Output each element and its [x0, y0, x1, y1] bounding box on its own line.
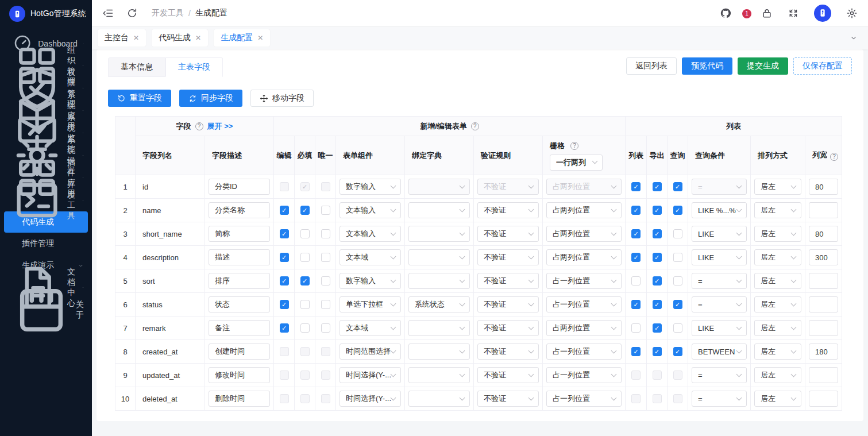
- page-tab-chip-生成配置[interactable]: 生成配置✕: [214, 29, 270, 47]
- unique-checkbox[interactable]: ✓: [321, 394, 330, 403]
- align-select[interactable]: 居左: [754, 226, 801, 242]
- unique-checkbox[interactable]: ✓: [321, 229, 330, 238]
- align-select[interactable]: 居左: [754, 344, 801, 360]
- query-checkbox[interactable]: ✓: [673, 347, 682, 356]
- settings-gear-icon[interactable]: [846, 7, 858, 19]
- width-input[interactable]: [809, 249, 838, 265]
- edit-checkbox[interactable]: ✓: [280, 323, 289, 333]
- list-checkbox[interactable]: ✓: [631, 253, 641, 262]
- export-checkbox[interactable]: ✓: [653, 323, 662, 333]
- move-fields-button[interactable]: 移动字段: [250, 90, 314, 107]
- dict-select[interactable]: [408, 226, 470, 242]
- dict-select[interactable]: 系统状态: [408, 296, 470, 312]
- rule-select[interactable]: 不验证: [477, 320, 539, 336]
- width-input[interactable]: [809, 202, 838, 218]
- github-icon[interactable]: [720, 7, 731, 19]
- close-icon[interactable]: ✕: [195, 34, 201, 41]
- required-checkbox[interactable]: ✓: [300, 371, 310, 380]
- edit-checkbox[interactable]: ✓: [280, 394, 289, 403]
- rule-select[interactable]: 不验证: [477, 249, 539, 265]
- form-component-select[interactable]: 单选下拉框: [340, 296, 401, 312]
- app-logo[interactable]: HotGo管理系统: [0, 0, 92, 28]
- expand-fields-link[interactable]: 展开 >>: [207, 121, 233, 132]
- query-condition-select[interactable]: =: [692, 179, 747, 195]
- grid-select[interactable]: 占一列位置: [546, 296, 622, 312]
- sidebar-item-开发工具[interactable]: 开发工具: [0, 189, 92, 211]
- form-component-select[interactable]: 文本域: [340, 320, 401, 336]
- close-icon[interactable]: ✕: [133, 34, 139, 41]
- grid-select[interactable]: 占两列位置: [546, 226, 622, 242]
- rule-select[interactable]: 不验证: [477, 273, 539, 289]
- export-checkbox[interactable]: ✓: [653, 253, 662, 262]
- align-select[interactable]: 居左: [754, 320, 801, 336]
- unique-checkbox[interactable]: ✓: [321, 371, 330, 380]
- form-component-select[interactable]: 时间范围选择: [340, 344, 401, 360]
- rule-select[interactable]: 不验证: [477, 202, 539, 218]
- grid-select[interactable]: 占一列位置: [546, 367, 622, 383]
- sidebar-item-关于[interactable]: 关于: [0, 299, 92, 321]
- query-checkbox[interactable]: ✓: [673, 206, 682, 215]
- required-checkbox[interactable]: ✓: [300, 323, 310, 333]
- grid-layout-select[interactable]: 一行两列: [550, 155, 603, 171]
- field-desc-input[interactable]: [209, 320, 270, 336]
- list-checkbox[interactable]: ✓: [631, 347, 641, 356]
- dict-select[interactable]: [408, 179, 470, 195]
- user-avatar[interactable]: [814, 5, 831, 22]
- query-checkbox[interactable]: ✓: [673, 253, 682, 262]
- field-desc-input[interactable]: [209, 202, 270, 218]
- submit-generate-button[interactable]: 提交生成: [738, 57, 788, 75]
- export-checkbox[interactable]: ✓: [653, 229, 662, 238]
- export-checkbox[interactable]: ✓: [653, 182, 662, 191]
- field-desc-input[interactable]: [209, 367, 270, 383]
- export-checkbox[interactable]: ✓: [653, 206, 662, 215]
- reset-fields-button[interactable]: 重置字段: [108, 90, 171, 107]
- field-desc-input[interactable]: [209, 391, 270, 407]
- export-checkbox[interactable]: ✓: [653, 276, 662, 285]
- page-tab-chip-主控台[interactable]: 主控台✕: [98, 29, 146, 47]
- align-select[interactable]: 居左: [754, 367, 801, 383]
- export-checkbox[interactable]: ✓: [653, 394, 662, 403]
- align-select[interactable]: 居左: [754, 273, 801, 289]
- required-checkbox[interactable]: ✓: [300, 394, 310, 403]
- unique-checkbox[interactable]: ✓: [321, 206, 330, 215]
- refresh-icon[interactable]: [126, 7, 138, 19]
- dict-select[interactable]: [408, 273, 470, 289]
- field-desc-input[interactable]: [209, 179, 270, 195]
- grid-select[interactable]: 占两列位置: [546, 249, 622, 265]
- query-condition-select[interactable]: LIKE: [692, 320, 747, 336]
- dict-select[interactable]: [408, 367, 470, 383]
- help-icon[interactable]: ?: [570, 142, 578, 150]
- grid-select[interactable]: 占一列位置: [546, 273, 622, 289]
- width-input[interactable]: [809, 179, 838, 195]
- query-checkbox[interactable]: ✓: [673, 371, 682, 380]
- edit-checkbox[interactable]: ✓: [280, 229, 289, 238]
- dict-select[interactable]: [408, 391, 470, 407]
- form-component-select[interactable]: 文本输入: [340, 226, 401, 242]
- align-select[interactable]: 居左: [754, 391, 801, 407]
- edit-checkbox[interactable]: ✓: [280, 300, 289, 309]
- grid-select[interactable]: 占一列位置: [546, 344, 622, 360]
- rule-select[interactable]: 不验证: [477, 344, 539, 360]
- list-checkbox[interactable]: ✓: [631, 394, 641, 403]
- grid-select[interactable]: 占两列位置: [546, 179, 622, 195]
- list-checkbox[interactable]: ✓: [631, 229, 641, 238]
- unique-checkbox[interactable]: ✓: [321, 300, 330, 309]
- edit-checkbox[interactable]: ✓: [280, 276, 289, 285]
- rule-select[interactable]: 不验证: [477, 367, 539, 383]
- align-select[interactable]: 居左: [754, 296, 801, 312]
- query-checkbox[interactable]: ✓: [673, 229, 682, 238]
- edit-checkbox[interactable]: ✓: [280, 347, 289, 356]
- tab-basic-info[interactable]: 基本信息: [108, 57, 165, 77]
- list-checkbox[interactable]: ✓: [631, 300, 641, 309]
- export-checkbox[interactable]: ✓: [653, 347, 662, 356]
- field-desc-input[interactable]: [209, 249, 270, 265]
- width-input[interactable]: [809, 320, 838, 336]
- query-condition-select[interactable]: =: [692, 296, 747, 312]
- width-input[interactable]: [809, 226, 838, 242]
- width-input[interactable]: [809, 367, 838, 383]
- dict-select[interactable]: [408, 344, 470, 360]
- required-checkbox[interactable]: ✓: [300, 182, 310, 191]
- form-component-select[interactable]: 文本输入: [340, 202, 401, 218]
- form-component-select[interactable]: 文本域: [340, 249, 401, 265]
- preview-code-button[interactable]: 预览代码: [682, 57, 732, 75]
